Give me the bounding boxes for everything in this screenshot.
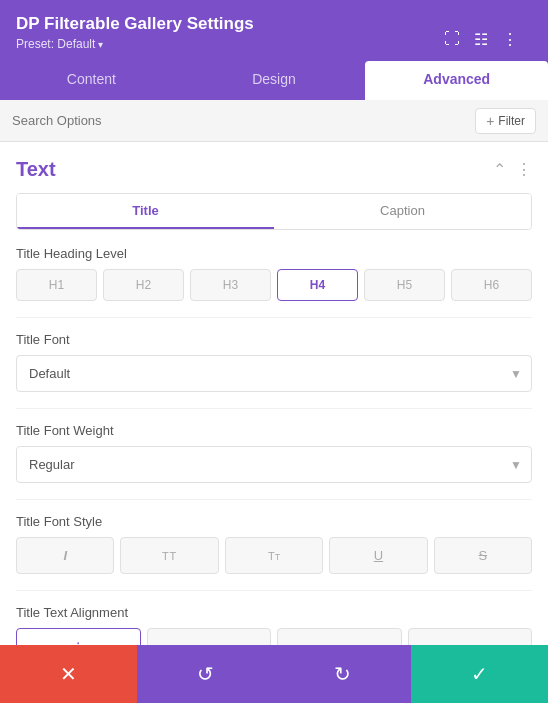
undo-button[interactable]: ↺: [137, 645, 274, 703]
style-italic[interactable]: I: [16, 537, 114, 574]
tabs: Content Design Advanced: [0, 61, 548, 100]
heading-h3[interactable]: H3: [190, 269, 271, 301]
font-weight-select-wrapper: Regular ▼: [16, 446, 532, 483]
font-label: Title Font: [16, 332, 532, 347]
filter-label: Filter: [498, 114, 525, 128]
main-content: Text ⌃ ⋮ Title Caption Title Heading Lev…: [0, 142, 548, 667]
search-input[interactable]: [12, 113, 475, 128]
style-buttons: I TT TT U S: [16, 537, 532, 574]
redo-button[interactable]: ↻: [274, 645, 411, 703]
heading-level-group: Title Heading Level H1 H2 H3 H4 H5 H6: [0, 246, 548, 317]
more-icon[interactable]: ⋮: [502, 30, 518, 49]
confirm-button[interactable]: ✓: [411, 645, 548, 703]
content-toggle-tabs: Title Caption: [16, 193, 532, 230]
tab-title[interactable]: Title: [17, 194, 274, 229]
footer: ✕ ↺ ↻ ✓: [0, 645, 548, 703]
text-alignment-label: Title Text Alignment: [16, 605, 532, 620]
font-style-group: Title Font Style I TT TT U S: [0, 514, 548, 590]
divider-4: [16, 590, 532, 591]
font-weight-label: Title Font Weight: [16, 423, 532, 438]
font-weight-group: Title Font Weight Regular ▼: [0, 423, 548, 499]
collapse-icon[interactable]: ⌃: [493, 160, 506, 179]
style-strikethrough[interactable]: S: [434, 537, 532, 574]
heading-h6[interactable]: H6: [451, 269, 532, 301]
header-icons: ⛶ ☷ ⋮: [444, 30, 518, 49]
style-capitalize[interactable]: TT: [225, 537, 323, 574]
tab-design[interactable]: Design: [183, 61, 366, 100]
font-select[interactable]: Default: [16, 355, 532, 392]
font-group: Title Font Default ▼: [0, 332, 548, 408]
section-title: Text: [16, 158, 56, 181]
heading-h4[interactable]: H4: [277, 269, 358, 301]
font-select-wrapper: Default ▼: [16, 355, 532, 392]
style-uppercase[interactable]: TT: [120, 537, 218, 574]
tab-advanced[interactable]: Advanced: [365, 61, 548, 100]
plus-icon: +: [486, 113, 494, 129]
heading-h5[interactable]: H5: [364, 269, 445, 301]
heading-buttons: H1 H2 H3 H4 H5 H6: [16, 269, 532, 301]
font-weight-select[interactable]: Regular: [16, 446, 532, 483]
section-more-icon[interactable]: ⋮: [516, 160, 532, 179]
header: DP Filterable Gallery Settings ⛶ ☷ ⋮ Pre…: [0, 0, 548, 100]
tab-caption[interactable]: Caption: [274, 194, 531, 229]
cancel-button[interactable]: ✕: [0, 645, 137, 703]
section-header: Text ⌃ ⋮: [0, 142, 548, 193]
app-title: DP Filterable Gallery Settings: [16, 14, 254, 34]
filter-button[interactable]: + Filter: [475, 108, 536, 134]
heading-h2[interactable]: H2: [103, 269, 184, 301]
search-bar: + Filter: [0, 100, 548, 142]
layout-icon[interactable]: ☷: [474, 30, 488, 49]
style-underline[interactable]: U: [329, 537, 427, 574]
font-style-label: Title Font Style: [16, 514, 532, 529]
divider-1: [16, 317, 532, 318]
heading-level-label: Title Heading Level: [16, 246, 532, 261]
maximize-icon[interactable]: ⛶: [444, 30, 460, 49]
divider-3: [16, 499, 532, 500]
heading-h1[interactable]: H1: [16, 269, 97, 301]
tab-content[interactable]: Content: [0, 61, 183, 100]
divider-2: [16, 408, 532, 409]
section-controls: ⌃ ⋮: [493, 160, 532, 179]
